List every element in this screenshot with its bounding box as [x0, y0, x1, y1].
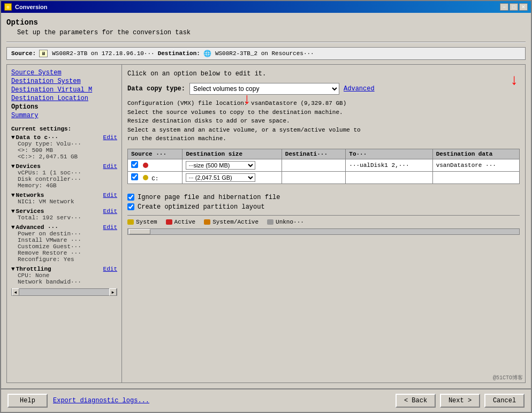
- advanced-reconfig: Reconfigure: Yes: [18, 256, 117, 263]
- sidebar-item-dest-system[interactable]: Destination System: [11, 78, 117, 85]
- sidebar-item-dest-virtual[interactable]: Destination Virtual M: [11, 86, 117, 94]
- bottom-right: < Back Next > Cancel: [396, 394, 525, 408]
- row2-destinati: [282, 171, 346, 183]
- settings-group-data-title: ▼Data to c···: [11, 134, 58, 141]
- description-text: Configuration (VMX) file location: vsanD…: [127, 99, 520, 143]
- current-settings-label: Current settings:: [11, 126, 117, 132]
- data-vol2: <C:>: 2,047.51 GB: [18, 154, 117, 160]
- sidebar-hscroll[interactable]: ◄ ►: [11, 288, 117, 296]
- legend-active-label: Active: [174, 219, 196, 225]
- table-scroll: Source ··· Destination size Destinati···…: [127, 149, 520, 189]
- row2-dest-data: [432, 171, 519, 183]
- settings-group-data-header: ▼Data to c··· Edit: [11, 134, 117, 141]
- close-button[interactable]: ✕: [519, 3, 528, 11]
- next-button[interactable]: Next >: [440, 394, 480, 408]
- networks-nic1: NIC1: VM Network: [18, 198, 117, 205]
- help-button[interactable]: Help: [7, 394, 48, 408]
- devices-edit-link[interactable]: Edit: [103, 163, 117, 170]
- table-header-row: Source ··· Destination size Destinati···…: [128, 149, 520, 159]
- row1-destinati: [282, 159, 346, 171]
- row2-icon: [143, 175, 148, 180]
- row2-to: [346, 171, 432, 183]
- settings-group-throttling-title: ▼Throttling: [11, 266, 51, 272]
- legend-system-active: System/Active: [204, 219, 259, 225]
- row2-dest-size-select[interactable]: ··· (2,047.51 GB): [186, 173, 255, 182]
- advanced-link[interactable]: Advanced: [344, 85, 375, 93]
- body-layout: Source System Destination System Destina…: [6, 64, 526, 383]
- legend-system-active-label: System/Active: [212, 219, 259, 225]
- separator: [6, 42, 526, 43]
- row2-checkbox[interactable]: [131, 173, 138, 180]
- settings-group-throttling-content: CPU: None Network bandwid···: [11, 272, 117, 285]
- checkbox2-row: Create optimized partition layout: [127, 203, 520, 211]
- legend-system: System: [127, 219, 157, 225]
- settings-section: Current settings: ▼Data to c··· Edit Cop…: [11, 126, 117, 285]
- bottom-bar: Help Export diagnostic logs... < Back Ne…: [1, 388, 531, 412]
- data-copy-label: Data copy type:: [127, 85, 185, 93]
- row1-source: [128, 159, 183, 171]
- devices-vcpus: vCPUs: 1 (1 soc···: [18, 170, 117, 176]
- advanced-power: Power on destin···: [18, 231, 117, 237]
- row1-dest-size: ···size (500 MB): [183, 159, 282, 171]
- minimize-button[interactable]: −: [500, 3, 508, 11]
- row1-dest-size-select[interactable]: ···size (500 MB): [186, 161, 255, 170]
- maximize-button[interactable]: □: [510, 3, 518, 11]
- sidebar-nav: Source System Destination System Destina…: [11, 69, 117, 119]
- dest-value: WS08R2-3TB_2 on Resources···: [215, 50, 314, 57]
- source-icon: 🖥: [39, 50, 48, 57]
- checkbox1-label: Ignore page file and hibernation file: [138, 194, 280, 201]
- scroll-right-arrow[interactable]: ►: [109, 288, 117, 296]
- red-arrow-right: ↓: [510, 72, 519, 89]
- cancel-button[interactable]: Cancel: [484, 394, 525, 408]
- data-vol1: <>: 500 MB: [18, 147, 117, 154]
- right-panel-hscroll[interactable]: [127, 228, 520, 235]
- col-to: To···: [346, 149, 432, 159]
- advanced-edit-link[interactable]: Edit: [103, 224, 117, 231]
- sidebar-item-options[interactable]: Options: [11, 103, 117, 111]
- row2-dest-size: ··· (2,047.51 GB): [183, 171, 282, 183]
- advanced-restore: Remove Restore ···: [18, 250, 117, 256]
- legend-system-label: System: [136, 219, 157, 225]
- legend-unknown: Unkno···: [267, 219, 304, 225]
- right-panel: ↑ ↓ Click on an option below to edit it.…: [122, 65, 525, 383]
- create-partition-checkbox[interactable]: [127, 203, 134, 210]
- data-copy-select[interactable]: Select volumes to copy: [189, 83, 339, 95]
- scroll-left-arrow[interactable]: ◄: [12, 288, 19, 296]
- col-dest-size: Destination size: [183, 149, 282, 159]
- legend-unknown-icon: [267, 219, 273, 225]
- red-arrow-left: ↑: [242, 91, 252, 108]
- row1-checkbox[interactable]: [131, 161, 138, 168]
- legend-active-icon: [166, 219, 172, 225]
- throttling-network: Network bandwid···: [18, 279, 117, 285]
- data-edit-link[interactable]: Edit: [103, 134, 117, 141]
- back-button[interactable]: < Back: [396, 394, 436, 408]
- dest-icon: 🌐: [203, 50, 212, 57]
- throttling-edit-link[interactable]: Edit: [103, 266, 117, 272]
- export-link[interactable]: Export diagnostic logs...: [53, 397, 149, 404]
- sidebar-item-dest-location[interactable]: Destination Location: [11, 95, 117, 102]
- ignore-pagefile-checkbox[interactable]: [127, 194, 134, 201]
- checkbox1-row: Ignore page file and hibernation file: [127, 194, 520, 201]
- row1-to: ···ualDisk1 2,···: [346, 159, 432, 171]
- bottom-left: Help Export diagnostic logs...: [7, 394, 149, 408]
- sidebar-item-summary[interactable]: Summary: [11, 112, 117, 119]
- settings-group-throttling-header: ▼Throttling Edit: [11, 266, 117, 272]
- legend-system-active-icon: [204, 219, 210, 225]
- row1-dest-data: vsanDatastore ···: [432, 159, 519, 171]
- legend-row: System Active System/Active Unkno···: [127, 215, 520, 225]
- hscroll-thumb[interactable]: [129, 229, 150, 234]
- sidebar-item-source-system[interactable]: Source System: [11, 69, 117, 77]
- settings-group-devices-title: ▼Devices: [11, 163, 41, 170]
- settings-group-networks: ▼Networks Edit NIC1: VM Network: [11, 192, 117, 205]
- data-copy-type: Copy type: Volu···: [18, 141, 117, 147]
- title-bar-buttons: − □ ✕: [500, 3, 528, 11]
- desc-line4: Select a system and an active volume, or…: [127, 126, 520, 135]
- devices-memory: Memory: 4GB: [18, 182, 117, 189]
- networks-edit-link[interactable]: Edit: [103, 192, 117, 198]
- settings-group-networks-title: ▼Networks: [11, 192, 44, 198]
- throttling-cpu: CPU: None: [18, 272, 117, 279]
- source-label: Source:: [11, 50, 36, 57]
- services-edit-link[interactable]: Edit: [103, 208, 117, 215]
- legend-unknown-label: Unkno···: [276, 219, 304, 225]
- volumes-table: Source ··· Destination size Destinati···…: [127, 149, 520, 184]
